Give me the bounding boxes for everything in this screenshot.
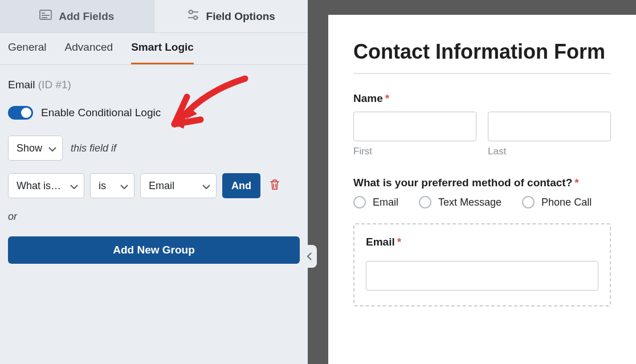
radio-email[interactable]: Email — [353, 196, 398, 208]
radio-icon — [419, 196, 431, 208]
rule-value-select[interactable]: Email — [140, 173, 217, 198]
show-hide-value: Show — [17, 142, 42, 154]
tab-field-options-label: Field Options — [206, 10, 275, 23]
email-input[interactable] — [366, 261, 598, 291]
form-divider — [353, 73, 611, 74]
last-name-col: Last — [488, 112, 611, 157]
field-name: Email — [8, 79, 35, 91]
rule-row: What is… is Email And — [0, 165, 308, 203]
first-name-col: First — [353, 112, 476, 157]
form-title: Contact Information Form — [353, 40, 611, 64]
field-id-row: Email (ID #1) — [0, 65, 308, 96]
last-name-input[interactable] — [488, 112, 611, 141]
field-id: (ID #1) — [38, 79, 71, 91]
options-sidebar: Add Fields Field Options General Advance… — [0, 0, 308, 364]
form-canvas: Contact Information Form Name* First Las… — [328, 15, 636, 364]
first-name-input[interactable] — [353, 112, 476, 141]
show-hide-select[interactable]: Show — [8, 136, 63, 161]
form-preview: Contact Information Form Name* First Las… — [308, 0, 636, 364]
svg-rect-3 — [42, 17, 47, 18]
tab-add-fields-label: Add Fields — [59, 10, 114, 23]
or-separator: or — [0, 203, 308, 227]
radio-icon — [353, 196, 366, 208]
add-fields-icon — [39, 10, 52, 23]
top-tabs: Add Fields Field Options — [0, 0, 308, 33]
svg-rect-1 — [42, 13, 45, 14]
rule-field-value: What is… — [17, 180, 61, 192]
subtab-advanced[interactable]: Advanced — [65, 33, 113, 64]
toggle-label: Enable Conditional Logic — [41, 107, 161, 119]
tab-add-fields[interactable]: Add Fields — [0, 0, 154, 32]
radio-phone-call[interactable]: Phone Call — [522, 196, 592, 208]
subtab-general[interactable]: General — [8, 33, 47, 64]
rule-field-select[interactable]: What is… — [8, 173, 84, 198]
toggle-knob — [21, 108, 31, 118]
first-name-sublabel: First — [353, 146, 476, 157]
chevron-down-icon — [202, 180, 210, 192]
required-asterisk: * — [397, 236, 401, 248]
rule-operator-select[interactable]: is — [90, 173, 134, 198]
chevron-down-icon — [120, 180, 128, 192]
delete-rule-button[interactable] — [266, 175, 283, 196]
svg-rect-2 — [42, 15, 50, 16]
chevron-down-icon — [48, 142, 56, 154]
email-label: Email* — [366, 236, 598, 248]
radio-phone-label: Phone Call — [541, 197, 592, 208]
rule-operator-value: is — [99, 180, 106, 192]
tab-field-options[interactable]: Field Options — [154, 0, 308, 32]
name-row: First Last — [353, 112, 611, 157]
chevron-down-icon — [70, 180, 78, 192]
radio-text-message[interactable]: Text Message — [419, 196, 502, 208]
radio-text-label: Text Message — [438, 197, 502, 208]
condition-suffix: this field if — [71, 142, 116, 154]
and-button[interactable]: And — [222, 173, 260, 198]
name-label: Name* — [353, 92, 611, 105]
subtab-smart-logic[interactable]: Smart Logic — [131, 33, 194, 64]
contact-method-label: What is your preferred method of contact… — [353, 177, 611, 189]
svg-point-5 — [189, 10, 193, 14]
conditional-logic-toggle[interactable] — [8, 106, 33, 120]
radio-email-label: Email — [373, 197, 398, 208]
email-field-section[interactable]: Email* — [353, 223, 611, 306]
svg-point-7 — [194, 16, 197, 19]
toggle-row: Enable Conditional Logic — [0, 96, 308, 131]
rule-value-value: Email — [149, 180, 174, 192]
sub-tabs: General Advanced Smart Logic — [0, 33, 308, 65]
radio-icon — [522, 196, 535, 208]
required-asterisk: * — [385, 92, 389, 104]
contact-method-radios: Email Text Message Phone Call — [353, 196, 611, 208]
last-name-sublabel: Last — [488, 146, 611, 157]
add-group-button[interactable]: Add New Group — [8, 236, 300, 264]
required-asterisk: * — [574, 177, 578, 189]
condition-row: Show this field if — [0, 131, 308, 165]
sliders-icon — [187, 10, 199, 23]
